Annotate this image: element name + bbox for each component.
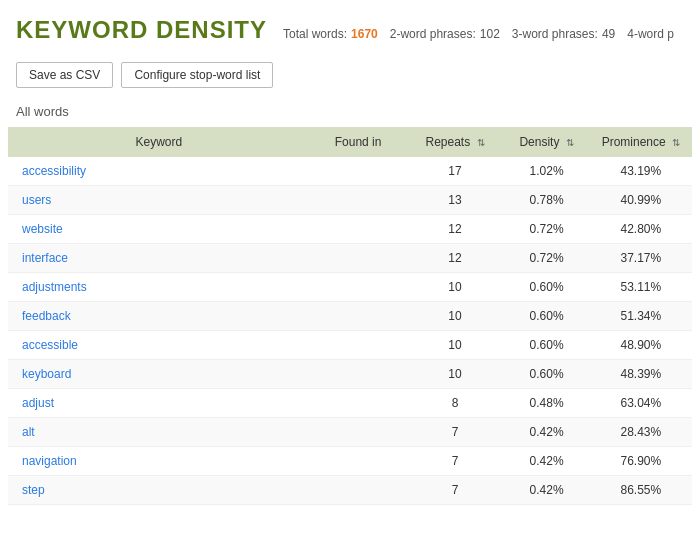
found-in-cell: [310, 447, 407, 476]
keyword-link[interactable]: adjust: [22, 396, 54, 410]
prominence-cell: 40.99%: [590, 186, 692, 215]
keyword-link[interactable]: website: [22, 222, 63, 236]
found-in-cell: [310, 360, 407, 389]
keyword-table: Keyword Found in Repeats ⇅ Density ⇅ Pro…: [8, 127, 692, 505]
table-row: interface120.72%37.17%: [8, 244, 692, 273]
table-body: accessibility171.02%43.19%users130.78%40…: [8, 157, 692, 505]
prominence-cell: 42.80%: [590, 215, 692, 244]
keyword-link[interactable]: accessible: [22, 338, 78, 352]
table-row: website120.72%42.80%: [8, 215, 692, 244]
keyword-table-wrapper: Keyword Found in Repeats ⇅ Density ⇅ Pro…: [0, 127, 700, 505]
keyword-link[interactable]: accessibility: [22, 164, 86, 178]
found-in-cell: [310, 389, 407, 418]
stats-bar: Total words: 1670 2-word phrases: 102 3-…: [283, 27, 674, 41]
found-in-cell: [310, 476, 407, 505]
density-cell: 0.42%: [503, 418, 589, 447]
prominence-cell: 53.11%: [590, 273, 692, 302]
four-word-stat: 4-word p: [627, 27, 674, 41]
found-in-cell: [310, 244, 407, 273]
density-cell: 0.42%: [503, 447, 589, 476]
keyword-link[interactable]: keyboard: [22, 367, 71, 381]
table-row: keyboard100.60%48.39%: [8, 360, 692, 389]
keyword-cell: keyboard: [8, 360, 310, 389]
repeats-cell: 10: [407, 273, 504, 302]
page-title: KEYWORD DENSITY: [16, 16, 267, 44]
found-in-cell: [310, 418, 407, 447]
three-word-label: 3-word phrases:: [512, 27, 598, 41]
prominence-cell: 51.34%: [590, 302, 692, 331]
found-in-cell: [310, 273, 407, 302]
keyword-cell: step: [8, 476, 310, 505]
col-header-density[interactable]: Density ⇅: [503, 127, 589, 157]
prominence-sort-icon[interactable]: ⇅: [672, 137, 680, 148]
density-sort-icon[interactable]: ⇅: [566, 137, 574, 148]
table-row: accessibility171.02%43.19%: [8, 157, 692, 186]
table-row: step70.42%86.55%: [8, 476, 692, 505]
table-header-row: Keyword Found in Repeats ⇅ Density ⇅ Pro…: [8, 127, 692, 157]
repeats-sort-icon[interactable]: ⇅: [477, 137, 485, 148]
col-header-repeats[interactable]: Repeats ⇅: [407, 127, 504, 157]
repeats-cell: 10: [407, 302, 504, 331]
found-in-cell: [310, 157, 407, 186]
table-row: navigation70.42%76.90%: [8, 447, 692, 476]
prominence-cell: 43.19%: [590, 157, 692, 186]
density-cell: 0.72%: [503, 244, 589, 273]
keyword-link[interactable]: navigation: [22, 454, 77, 468]
total-words-stat: Total words: 1670: [283, 27, 378, 41]
keyword-cell: navigation: [8, 447, 310, 476]
table-row: adjustments100.60%53.11%: [8, 273, 692, 302]
configure-stop-word-button[interactable]: Configure stop-word list: [121, 62, 273, 88]
repeats-cell: 10: [407, 360, 504, 389]
keyword-cell: accessible: [8, 331, 310, 360]
repeats-cell: 7: [407, 447, 504, 476]
prominence-cell: 37.17%: [590, 244, 692, 273]
prominence-cell: 48.39%: [590, 360, 692, 389]
keyword-link[interactable]: alt: [22, 425, 35, 439]
keyword-cell: alt: [8, 418, 310, 447]
repeats-cell: 8: [407, 389, 504, 418]
three-word-stat: 3-word phrases: 49: [512, 27, 615, 41]
density-cell: 1.02%: [503, 157, 589, 186]
two-word-value: 102: [480, 27, 500, 41]
four-word-label: 4-word p: [627, 27, 674, 41]
table-row: accessible100.60%48.90%: [8, 331, 692, 360]
repeats-cell: 10: [407, 331, 504, 360]
total-words-label: Total words:: [283, 27, 347, 41]
toolbar: Save as CSV Configure stop-word list: [0, 54, 700, 100]
keyword-cell: users: [8, 186, 310, 215]
found-in-cell: [310, 186, 407, 215]
density-cell: 0.60%: [503, 331, 589, 360]
density-cell: 0.48%: [503, 389, 589, 418]
keyword-link[interactable]: interface: [22, 251, 68, 265]
density-cell: 0.72%: [503, 215, 589, 244]
density-cell: 0.60%: [503, 273, 589, 302]
table-row: feedback100.60%51.34%: [8, 302, 692, 331]
keyword-link[interactable]: feedback: [22, 309, 71, 323]
two-word-stat: 2-word phrases: 102: [390, 27, 500, 41]
keyword-link[interactable]: users: [22, 193, 51, 207]
keyword-cell: website: [8, 215, 310, 244]
save-csv-button[interactable]: Save as CSV: [16, 62, 113, 88]
table-row: adjust80.48%63.04%: [8, 389, 692, 418]
prominence-cell: 28.43%: [590, 418, 692, 447]
prominence-cell: 48.90%: [590, 331, 692, 360]
prominence-cell: 76.90%: [590, 447, 692, 476]
repeats-cell: 12: [407, 244, 504, 273]
density-cell: 0.78%: [503, 186, 589, 215]
keyword-link[interactable]: adjustments: [22, 280, 87, 294]
density-cell: 0.60%: [503, 302, 589, 331]
repeats-cell: 7: [407, 418, 504, 447]
keyword-cell: feedback: [8, 302, 310, 331]
repeats-cell: 12: [407, 215, 504, 244]
keyword-link[interactable]: step: [22, 483, 45, 497]
two-word-label: 2-word phrases:: [390, 27, 476, 41]
prominence-cell: 63.04%: [590, 389, 692, 418]
prominence-cell: 86.55%: [590, 476, 692, 505]
repeats-cell: 13: [407, 186, 504, 215]
keyword-cell: adjustments: [8, 273, 310, 302]
total-words-value: 1670: [351, 27, 378, 41]
col-header-prominence[interactable]: Prominence ⇅: [590, 127, 692, 157]
found-in-cell: [310, 302, 407, 331]
page-header: KEYWORD DENSITY Total words: 1670 2-word…: [0, 0, 700, 54]
found-in-cell: [310, 215, 407, 244]
